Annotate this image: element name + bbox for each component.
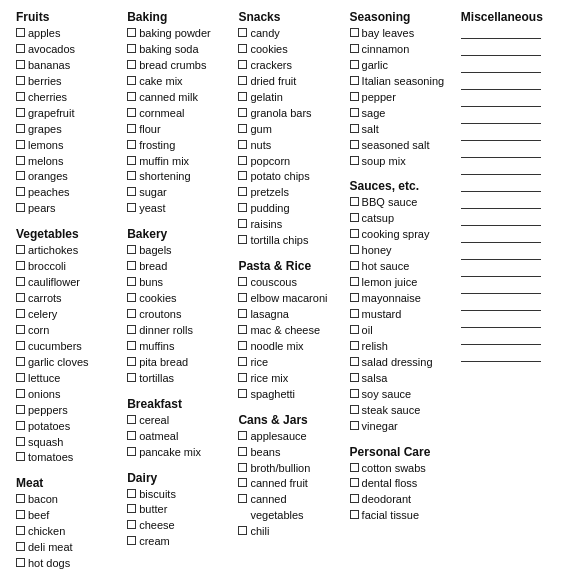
- checkbox[interactable]: [127, 124, 136, 133]
- list-item[interactable]: peaches: [16, 185, 119, 201]
- checkbox[interactable]: [350, 494, 359, 503]
- checkbox[interactable]: [127, 415, 136, 424]
- checkbox[interactable]: [350, 124, 359, 133]
- list-item[interactable]: Italian seasoning: [350, 74, 453, 90]
- list-item[interactable]: pudding: [238, 201, 341, 217]
- list-item[interactable]: cheese: [127, 518, 230, 534]
- list-item[interactable]: oatmeal: [127, 429, 230, 445]
- checkbox[interactable]: [238, 431, 247, 440]
- checkbox[interactable]: [238, 494, 247, 503]
- checkbox[interactable]: [238, 373, 247, 382]
- checkbox[interactable]: [350, 245, 359, 254]
- list-item[interactable]: catsup: [350, 211, 453, 227]
- list-item[interactable]: bagels: [127, 243, 230, 259]
- checkbox[interactable]: [350, 463, 359, 472]
- list-item[interactable]: bread: [127, 259, 230, 275]
- misc-line[interactable]: [461, 335, 541, 345]
- checkbox[interactable]: [127, 341, 136, 350]
- misc-line[interactable]: [461, 165, 541, 175]
- list-item[interactable]: cookies: [238, 42, 341, 58]
- checkbox[interactable]: [16, 494, 25, 503]
- list-item[interactable]: croutons: [127, 307, 230, 323]
- list-item[interactable]: tortilla chips: [238, 233, 341, 249]
- list-item[interactable]: spaghetti: [238, 387, 341, 403]
- checkbox[interactable]: [350, 28, 359, 37]
- list-item[interactable]: onions: [16, 387, 119, 403]
- list-item[interactable]: canned fruit: [238, 476, 341, 492]
- checkbox[interactable]: [16, 60, 25, 69]
- checkbox[interactable]: [127, 245, 136, 254]
- checkbox[interactable]: [16, 187, 25, 196]
- checkbox[interactable]: [350, 357, 359, 366]
- checkbox[interactable]: [350, 213, 359, 222]
- checkbox[interactable]: [127, 156, 136, 165]
- misc-line[interactable]: [461, 46, 541, 56]
- checkbox[interactable]: [16, 76, 25, 85]
- misc-line[interactable]: [461, 131, 541, 141]
- checkbox[interactable]: [350, 373, 359, 382]
- checkbox[interactable]: [238, 293, 247, 302]
- list-item[interactable]: baking powder: [127, 26, 230, 42]
- checkbox[interactable]: [16, 245, 25, 254]
- checkbox[interactable]: [350, 277, 359, 286]
- list-item[interactable]: cake mix: [127, 74, 230, 90]
- list-item[interactable]: pepper: [350, 90, 453, 106]
- checkbox[interactable]: [16, 437, 25, 446]
- list-item[interactable]: squash: [16, 435, 119, 451]
- misc-line[interactable]: [461, 80, 541, 90]
- list-item[interactable]: nuts: [238, 138, 341, 154]
- list-item[interactable]: tomatoes: [16, 450, 119, 466]
- list-item[interactable]: dried fruit: [238, 74, 341, 90]
- checkbox[interactable]: [127, 76, 136, 85]
- checkbox[interactable]: [16, 341, 25, 350]
- list-item[interactable]: lasagna: [238, 307, 341, 323]
- list-item[interactable]: seasoned salt: [350, 138, 453, 154]
- misc-line[interactable]: [461, 182, 541, 192]
- checkbox[interactable]: [238, 171, 247, 180]
- misc-line[interactable]: [461, 301, 541, 311]
- checkbox[interactable]: [350, 60, 359, 69]
- list-item[interactable]: bananas: [16, 58, 119, 74]
- list-item[interactable]: apples: [16, 26, 119, 42]
- checkbox[interactable]: [350, 76, 359, 85]
- misc-line[interactable]: [461, 250, 541, 260]
- list-item[interactable]: deodorant: [350, 492, 453, 508]
- checkbox[interactable]: [238, 44, 247, 53]
- misc-line[interactable]: [461, 63, 541, 73]
- checkbox[interactable]: [127, 520, 136, 529]
- list-item[interactable]: crackers: [238, 58, 341, 74]
- list-item[interactable]: deli meat: [16, 540, 119, 556]
- list-item[interactable]: granola bars: [238, 106, 341, 122]
- checkbox[interactable]: [16, 261, 25, 270]
- list-item[interactable]: cinnamon: [350, 42, 453, 58]
- list-item[interactable]: muffin mix: [127, 154, 230, 170]
- list-item[interactable]: facial tissue: [350, 508, 453, 524]
- checkbox[interactable]: [238, 187, 247, 196]
- checkbox[interactable]: [238, 156, 247, 165]
- checkbox[interactable]: [238, 124, 247, 133]
- checkbox[interactable]: [16, 140, 25, 149]
- checkbox[interactable]: [127, 293, 136, 302]
- checkbox[interactable]: [127, 28, 136, 37]
- list-item[interactable]: chicken: [16, 524, 119, 540]
- list-item[interactable]: biscuits: [127, 487, 230, 503]
- checkbox[interactable]: [16, 203, 25, 212]
- checkbox[interactable]: [350, 197, 359, 206]
- list-item[interactable]: relish: [350, 339, 453, 355]
- list-item[interactable]: corn: [16, 323, 119, 339]
- misc-line[interactable]: [461, 29, 541, 39]
- checkbox[interactable]: [238, 140, 247, 149]
- misc-line[interactable]: [461, 97, 541, 107]
- list-item[interactable]: broth/bullion: [238, 461, 341, 477]
- list-item[interactable]: avocados: [16, 42, 119, 58]
- list-item[interactable]: oranges: [16, 169, 119, 185]
- checkbox[interactable]: [127, 203, 136, 212]
- list-item[interactable]: canned vegetables: [238, 492, 341, 524]
- checkbox[interactable]: [238, 309, 247, 318]
- checkbox[interactable]: [350, 261, 359, 270]
- checkbox[interactable]: [238, 478, 247, 487]
- checkbox[interactable]: [238, 389, 247, 398]
- checkbox[interactable]: [238, 447, 247, 456]
- list-item[interactable]: sugar: [127, 185, 230, 201]
- list-item[interactable]: couscous: [238, 275, 341, 291]
